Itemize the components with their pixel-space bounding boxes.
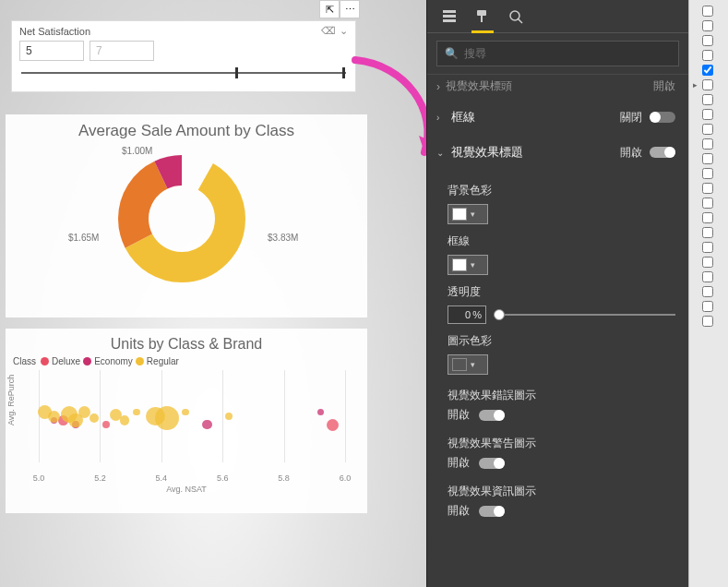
section-vh[interactable]: ⌄ 視覺效果標題 開啟 [427,135,688,170]
toggle-2-label: 視覺效果資訊圖示 [448,484,675,499]
bubble [327,419,339,431]
field-checkbox-row[interactable] [689,181,728,196]
donut-chart-card[interactable]: Average Sale Amount by Class $1.00M $1.6… [6,114,367,317]
chart-legend: Class Deluxe Economy Regular [13,356,360,366]
search-row[interactable]: 🔍 [436,41,679,66]
toggle-0-label: 視覺效果錯誤圖示 [448,388,675,403]
field-checkbox-row[interactable] [689,225,728,240]
opacity-slider[interactable] [494,314,675,316]
field-checkbox-row[interactable] [689,48,728,63]
bg-color-label: 背景色彩 [448,183,675,198]
scatter-plot: Avg. RePurch Avg. NSAT 5.05.25.45.65.86.… [13,370,360,490]
field-checkbox[interactable] [702,227,713,238]
pane-tabs [427,0,688,33]
slicer-title: Net Satisfaction [19,26,90,37]
field-checkbox[interactable] [702,109,713,120]
popout-icon[interactable]: ⇱ [319,0,340,18]
field-checkbox-row[interactable] [689,166,728,181]
field-checkbox[interactable] [702,6,713,17]
toggle[interactable] [650,147,675,158]
analytics-tab-icon[interactable] [507,7,525,26]
field-checkbox-row[interactable] [689,33,728,48]
legend-dot-deluxe [41,357,49,365]
chevron-down-icon[interactable]: ⌄ [340,25,348,37]
field-checkbox-row[interactable] [689,18,728,33]
field-checkbox[interactable] [702,286,713,297]
toggle[interactable] [650,112,675,123]
more-icon[interactable]: ⋯ [340,0,360,18]
report-canvas[interactable]: ⇱ ⋯ Net Satisfaction ⌫ ⌄ Average Sale Am… [0,0,426,587]
bubble [102,421,110,428]
field-checkbox-row[interactable] [689,240,728,255]
border-color-swatch[interactable]: ▾ [448,255,488,275]
field-checkbox-row[interactable] [689,270,728,284]
bubble [133,409,140,416]
field-checkbox-row[interactable] [689,107,728,122]
field-checkbox[interactable] [702,20,713,31]
eraser-icon[interactable]: ⌫ [321,25,336,37]
x-tick: 5.6 [217,473,229,483]
slicer-range[interactable] [21,70,346,76]
field-checkbox[interactable] [702,257,713,268]
field-checkbox-row[interactable] [689,137,728,151]
field-checkbox-row[interactable] [689,299,728,314]
field-checkbox[interactable] [702,138,713,150]
field-checkbox-row[interactable] [689,122,728,137]
section-border[interactable]: › 框線 關閉 [427,100,688,135]
bubble [182,409,189,416]
slicer-net-satisfaction[interactable]: Net Satisfaction ⌫ ⌄ [11,20,356,92]
field-checkbox[interactable] [702,153,713,164]
scatter-chart-card[interactable]: Units by Class & Brand Class Deluxe Econ… [6,329,367,513]
field-checkbox-row[interactable] [689,63,728,78]
field-checkbox-row[interactable] [689,4,728,18]
field-checkbox-row[interactable] [689,284,728,299]
field-checkbox[interactable] [702,316,713,327]
format-tab-icon[interactable] [473,7,492,26]
icon-color-swatch[interactable]: ▾ [448,354,488,375]
bg-color-swatch[interactable]: ▾ [448,204,488,224]
donut-chart: $1.00M $1.65M $3.83M [13,140,360,306]
bubble [120,415,129,425]
toggle-1[interactable] [479,458,505,469]
toggle-2-state: 開啟 [448,503,470,519]
section-title: 框線 [451,109,475,126]
field-checkbox[interactable] [702,65,713,76]
field-checkbox[interactable] [702,183,713,194]
svg-rect-4 [443,15,456,18]
field-checkbox[interactable] [702,94,713,105]
toggle-0[interactable] [479,410,505,421]
svg-rect-5 [443,19,456,22]
field-checkbox-row[interactable] [689,92,728,107]
data-label: $1.00M [122,146,152,156]
field-checkbox-row[interactable] [689,210,728,225]
field-checkbox[interactable] [702,35,713,46]
toggle-1-label: 視覺效果警告圖示 [448,436,675,451]
search-input[interactable] [464,47,671,60]
toggle-2[interactable] [479,506,505,517]
border-color-label: 框線 [448,234,675,249]
field-checkbox-row[interactable]: ▸ [689,78,728,92]
field-checkbox[interactable] [702,198,713,209]
field-checkbox-row[interactable] [689,255,728,270]
fields-tab-icon[interactable] [440,7,459,26]
field-checkbox-row[interactable] [689,314,728,329]
chevron-icon: ⌄ [436,148,446,158]
field-checkbox-row[interactable] [689,196,728,210]
y-axis-label: Avg. RePurch [6,375,16,425]
bubble [48,411,60,423]
slicer-from-input[interactable] [19,41,84,61]
field-checkbox[interactable] [702,79,713,90]
field-checkbox[interactable] [702,242,713,253]
opacity-input[interactable]: 0% [448,305,486,324]
field-checkbox[interactable] [702,212,713,223]
slicer-to-input[interactable] [90,41,154,61]
data-label: $1.65M [68,233,99,243]
field-checkbox[interactable] [702,50,713,61]
bubble [317,409,325,416]
field-checkbox[interactable] [702,168,713,179]
field-checkbox[interactable] [702,124,713,135]
opacity-label: 透明度 [448,284,675,300]
field-checkbox[interactable] [702,301,713,312]
field-checkbox-row[interactable] [689,151,728,166]
field-checkbox[interactable] [702,271,713,282]
